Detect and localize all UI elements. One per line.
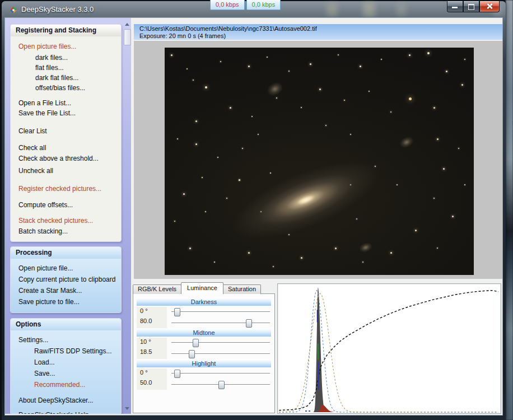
sidebar-item[interactable]: Register checked pictures... [11, 184, 121, 194]
sidebar-item[interactable]: Clear List [11, 126, 121, 136]
tab-rgb-k-levels[interactable]: RGB/K Levels [133, 284, 181, 294]
star [397, 184, 398, 185]
value-box: 0 °80.0 [137, 307, 167, 328]
slider-track[interactable] [171, 339, 270, 347]
star [310, 63, 311, 65]
sidebar-scrollbar[interactable] [123, 20, 130, 412]
level-value: 50.0 [140, 379, 152, 386]
levels-panel: Darkness0 °80.0Midtone10 °18.5Highlight0… [133, 293, 275, 413]
scroll-up-icon[interactable] [125, 23, 129, 26]
slider-thumb[interactable] [193, 339, 199, 347]
track-line [171, 373, 270, 374]
sidebar-item[interactable]: Save the File List... [11, 108, 121, 118]
slider-track[interactable] [171, 308, 270, 316]
slider-track[interactable] [171, 370, 270, 377]
sidebar-item[interactable]: Batch stacking... [11, 226, 121, 236]
sidebar-item[interactable]: About DeepSkyStacker... [11, 395, 121, 406]
scroll-down-icon[interactable] [125, 407, 129, 410]
angle-value: 0 ° [140, 307, 148, 314]
sidebar-item[interactable]: Open a File List... [11, 98, 121, 108]
group-band: Highlight [137, 360, 271, 367]
star [217, 157, 218, 158]
minimize-button[interactable] [447, 1, 463, 12]
sidebar-item[interactable]: Load... [11, 357, 121, 368]
value-box: 0 °50.0 [137, 368, 167, 390]
sidebar-item[interactable]: Recommended... [11, 379, 121, 390]
sidebar: Registering and Stacking Open picture fi… [5, 18, 131, 414]
image-viewer[interactable] [134, 41, 502, 279]
star [415, 230, 417, 231]
value-box: 10 °18.5 [137, 338, 167, 359]
slider-thumb[interactable] [246, 319, 252, 328]
star [183, 193, 185, 195]
star [205, 211, 206, 212]
slider-thumb[interactable] [174, 308, 180, 316]
angle-value: 0 ° [140, 369, 148, 376]
track-line [171, 342, 270, 343]
sidebar-item[interactable]: flat files... [11, 63, 121, 73]
sidebar-item[interactable]: Settings... [11, 334, 121, 346]
star [464, 184, 465, 185]
star [239, 179, 240, 181]
caption-buttons [447, 1, 500, 12]
sidebar-item[interactable]: Check above a threshold... [11, 153, 121, 164]
sidebar-item[interactable]: Save... [11, 368, 121, 379]
sidebar-item[interactable]: Compute offsets... [11, 200, 121, 210]
star [248, 252, 250, 254]
sidebar-item[interactable]: Stack checked pictures... [11, 216, 121, 226]
star [437, 138, 439, 140]
astro-image[interactable] [165, 48, 474, 275]
slider-track[interactable] [171, 381, 270, 389]
star [258, 134, 259, 135]
glass-reflection [327, 3, 338, 16]
scrollbar-thumb[interactable] [124, 29, 131, 45]
sidebar-item[interactable]: offset/bias files... [11, 83, 121, 93]
slider-thumb[interactable] [174, 370, 180, 378]
star [251, 116, 253, 117]
star [409, 97, 412, 100]
sidebar-item[interactable]: Uncheck all [11, 166, 121, 176]
level-value: 80.0 [140, 318, 152, 324]
slider-track[interactable] [171, 319, 270, 327]
tab-bar: RGB/K LevelsLuminanceSaturation [133, 283, 260, 294]
tab-luminance[interactable]: Luminance [181, 282, 223, 294]
upload-speed-badge: 0,0 kbps [246, 0, 281, 10]
star [248, 66, 250, 67]
star [433, 198, 435, 199]
sidebar-item[interactable]: dark flat files... [11, 73, 121, 83]
star [433, 107, 435, 109]
glass-reflection [363, 2, 375, 17]
tab-saturation[interactable]: Saturation [223, 284, 261, 294]
slider-thumb[interactable] [189, 350, 195, 358]
track-line [171, 311, 270, 312]
star [202, 177, 203, 178]
star [409, 54, 411, 56]
star [443, 168, 445, 170]
histogram-panel [277, 283, 501, 414]
file-path: C:\Users\Kostas\Documents\Nebulosity\ngc… [139, 25, 317, 32]
maximize-button[interactable] [463, 1, 479, 12]
close-button[interactable] [479, 1, 500, 12]
sidebar-item[interactable]: Copy current picture to clipboard [11, 274, 121, 285]
sidebar-item[interactable]: Raw/FITS DDP Settings... [11, 346, 121, 357]
star [189, 248, 191, 249]
section-header: Options [11, 319, 121, 330]
sidebar-item[interactable]: DeepSkyStacker's Help... [11, 409, 121, 414]
sidebar-item[interactable]: Create a Star Mask... [11, 285, 121, 296]
maximize-icon [468, 4, 474, 10]
galaxy-companion-galaxy-a [265, 80, 286, 99]
slider-track[interactable] [171, 350, 270, 358]
sidebar-item[interactable]: Open picture file... [11, 263, 121, 274]
star [362, 262, 363, 263]
sidebar-item[interactable]: Save picture to file... [11, 296, 121, 307]
slider-thumb[interactable] [218, 381, 225, 389]
star [390, 111, 391, 113]
sidebar-item[interactable]: Open picture files... [11, 41, 121, 52]
slider-group-highlight: Highlight0 °50.0 [137, 360, 271, 390]
sidebar-item[interactable]: Check all [11, 143, 121, 153]
group-band: Midtone [137, 329, 271, 337]
track-line [171, 323, 270, 324]
sidebar-item[interactable]: dark files... [11, 53, 121, 63]
star [214, 262, 215, 263]
star [458, 148, 459, 149]
